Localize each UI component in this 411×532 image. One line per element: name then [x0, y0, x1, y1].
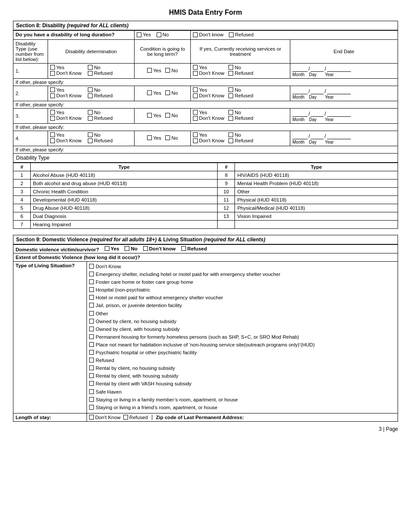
checkbox-icon[interactable]: [89, 365, 94, 370]
ref-rec-1[interactable]: Refused: [228, 71, 253, 76]
date-month-3[interactable]: [292, 111, 308, 117]
checkbox-icon[interactable]: [50, 116, 55, 121]
checkbox-icon[interactable]: [88, 132, 93, 137]
no-checkbox-dq[interactable]: No: [157, 32, 169, 37]
date-year-4[interactable]: [327, 134, 351, 139]
checkbox-icon[interactable]: [147, 68, 152, 73]
checkbox-icon[interactable]: [50, 132, 55, 137]
ref-rec-3[interactable]: Refused: [228, 115, 253, 121]
checkbox-icon[interactable]: [88, 87, 93, 92]
checkbox-icon[interactable]: [147, 113, 152, 118]
ref-cb-4[interactable]: Refused: [88, 138, 112, 143]
yes-cb-4[interactable]: Yes: [50, 132, 64, 138]
checkbox-icon[interactable]: [228, 110, 233, 115]
date-day-2[interactable]: [311, 89, 324, 94]
list-item[interactable]: Jail, prison, or juvenile detention faci…: [89, 302, 395, 309]
yes-rec-1[interactable]: Yes: [193, 65, 207, 70]
checkbox-icon[interactable]: [228, 138, 233, 143]
date-month-2[interactable]: [292, 89, 308, 94]
dk-rec-1[interactable]: Don't Know: [193, 71, 224, 76]
checkbox-icon[interactable]: [89, 358, 94, 362]
yes-cb-2[interactable]: Yes: [50, 87, 64, 93]
list-item[interactable]: Don't Know: [89, 263, 395, 270]
checkbox-icon[interactable]: [137, 32, 141, 37]
checkbox-icon[interactable]: [147, 135, 152, 140]
checkbox-icon[interactable]: [89, 350, 94, 355]
checkbox-icon[interactable]: [165, 135, 170, 140]
dk-rec-2[interactable]: Don't Know: [193, 93, 224, 98]
checkbox-icon[interactable]: [50, 71, 55, 76]
checkbox-icon[interactable]: [143, 246, 148, 251]
checkbox-icon[interactable]: [89, 405, 94, 410]
date-year-3[interactable]: [327, 111, 351, 117]
checkbox-icon[interactable]: [89, 279, 94, 284]
checkbox-icon[interactable]: [193, 93, 198, 98]
no-cond-3[interactable]: No: [165, 113, 178, 118]
list-item[interactable]: Emergency shelter, including hotel or mo…: [89, 271, 395, 278]
checkbox-icon[interactable]: [228, 65, 233, 70]
list-item[interactable]: Owned by client, with housing subsidy: [89, 326, 395, 333]
los-dk[interactable]: Don't Know: [89, 415, 120, 420]
checkbox-icon[interactable]: [228, 132, 233, 137]
checkbox-icon[interactable]: [50, 110, 55, 115]
dk-dv[interactable]: Don't know: [143, 246, 176, 251]
list-item[interactable]: Permanent housing for formerly homeless …: [89, 333, 395, 340]
checkbox-icon[interactable]: [89, 334, 94, 339]
dk-cb-3[interactable]: Don't Know: [50, 115, 81, 121]
checkbox-icon[interactable]: [147, 90, 152, 95]
yes-cb-3[interactable]: Yes: [50, 110, 64, 115]
yes-cond-3[interactable]: Yes: [147, 113, 161, 118]
checkbox-icon[interactable]: [50, 93, 55, 98]
no-cb-1[interactable]: No: [88, 65, 100, 70]
checkbox-icon[interactable]: [193, 116, 198, 121]
checkbox-icon[interactable]: [125, 246, 129, 251]
ref-cb-3[interactable]: Refused: [88, 115, 112, 121]
checkbox-icon[interactable]: [89, 397, 94, 402]
dk-cb-1[interactable]: Don't Know: [50, 71, 81, 76]
checkbox-icon[interactable]: [89, 272, 94, 276]
checkbox-icon[interactable]: [105, 246, 109, 251]
refused-checkbox-dq[interactable]: Refused: [229, 32, 254, 37]
list-item[interactable]: Foster care home or foster care group ho…: [89, 279, 395, 285]
checkbox-icon[interactable]: [157, 32, 161, 37]
checkbox-icon[interactable]: [193, 32, 198, 37]
dk-rec-4[interactable]: Don't Know: [193, 138, 224, 143]
yes-rec-3[interactable]: Yes: [193, 110, 207, 115]
checkbox-icon[interactable]: [88, 65, 93, 70]
checkbox-icon[interactable]: [123, 415, 128, 420]
date-day-1[interactable]: [311, 66, 324, 72]
no-cond-2[interactable]: No: [165, 90, 178, 96]
checkbox-icon[interactable]: [193, 65, 198, 70]
ref-cb-1[interactable]: Refused: [88, 71, 112, 76]
yes-cb-1[interactable]: Yes: [50, 65, 64, 70]
yes-cond-1[interactable]: Yes: [147, 68, 161, 73]
list-item[interactable]: Owned by client, no housing subsidy: [89, 318, 395, 325]
checkbox-icon[interactable]: [229, 32, 234, 37]
refused-dv[interactable]: Refused: [181, 246, 207, 251]
list-item[interactable]: Other: [89, 310, 395, 317]
checkbox-icon[interactable]: [165, 68, 170, 73]
checkbox-icon[interactable]: [89, 373, 94, 378]
no-rec-3[interactable]: No: [228, 110, 241, 115]
dk-cb-4[interactable]: Don't Know: [50, 138, 81, 143]
yes-rec-2[interactable]: Yes: [193, 87, 207, 93]
checkbox-icon[interactable]: [228, 116, 233, 121]
dontknow-checkbox-dq[interactable]: Don't know: [193, 32, 224, 37]
checkbox-icon[interactable]: [89, 389, 94, 394]
no-rec-2[interactable]: No: [228, 87, 241, 93]
checkbox-icon[interactable]: [88, 116, 93, 121]
yes-dv[interactable]: Yes: [105, 246, 119, 251]
date-month-4[interactable]: [292, 134, 308, 139]
no-rec-1[interactable]: No: [228, 65, 241, 70]
yes-cond-2[interactable]: Yes: [147, 90, 161, 96]
dk-cb-2[interactable]: Don't Know: [50, 93, 81, 98]
list-item[interactable]: Staying or living in a friend’s room, ap…: [89, 404, 395, 411]
checkbox-icon[interactable]: [228, 93, 233, 98]
checkbox-icon[interactable]: [89, 295, 94, 300]
list-item[interactable]: Place not meant for habitation inclusive…: [89, 341, 395, 348]
list-item[interactable]: Rental by client, no housing subsidy: [89, 365, 395, 372]
checkbox-icon[interactable]: [193, 132, 198, 137]
checkbox-icon[interactable]: [89, 287, 94, 292]
ref-rec-4[interactable]: Refused: [228, 138, 253, 143]
los-refused[interactable]: Refused: [123, 415, 148, 420]
